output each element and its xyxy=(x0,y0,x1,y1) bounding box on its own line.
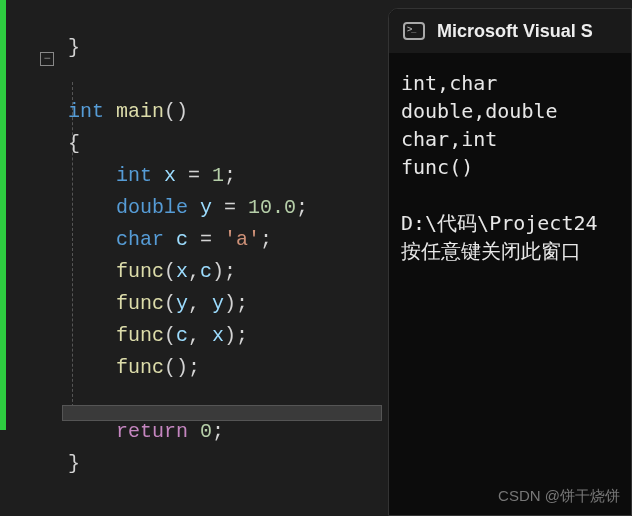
out-line: func() xyxy=(401,155,473,179)
func-main: main xyxy=(104,100,164,123)
call-func: func xyxy=(68,292,164,315)
num-10: 10.0 xyxy=(248,196,296,219)
out-path: D:\代码\Project24 xyxy=(401,211,598,235)
editor-gutter xyxy=(0,0,30,430)
keyword-double: double xyxy=(68,196,188,219)
brace-close: } xyxy=(68,36,80,59)
var-y: y xyxy=(188,196,224,219)
num-0: 0 xyxy=(200,420,212,443)
num-1: 1 xyxy=(212,164,224,187)
char-a: 'a' xyxy=(224,228,260,251)
console-window[interactable]: Microsoft Visual S int,char double,doubl… xyxy=(388,8,632,516)
watermark: CSDN @饼干烧饼 xyxy=(498,487,620,506)
out-line: int,char xyxy=(401,71,497,95)
code-content[interactable]: } int main() { int x = 1; double y = 10.… xyxy=(30,0,308,430)
horizontal-scrollbar[interactable] xyxy=(62,405,382,421)
console-title: Microsoft Visual S xyxy=(437,21,593,42)
brace-close: } xyxy=(68,452,80,475)
terminal-icon xyxy=(403,22,425,40)
call-func: func xyxy=(68,356,164,379)
keyword-char: char xyxy=(68,228,164,251)
code-editor[interactable]: − } int main() { int x = 1; double y = 1… xyxy=(0,0,390,430)
call-func: func xyxy=(68,260,164,283)
var-x: x xyxy=(152,164,188,187)
keyword-int: int xyxy=(68,100,104,123)
keyword-int: int xyxy=(68,164,152,187)
console-titlebar[interactable]: Microsoft Visual S xyxy=(389,9,631,53)
call-func: func xyxy=(68,324,164,347)
out-prompt: 按任意键关闭此窗口 xyxy=(401,239,581,263)
out-line: char,int xyxy=(401,127,497,151)
var-c: c xyxy=(164,228,200,251)
brace-open: { xyxy=(68,132,80,155)
console-output: int,char double,double char,int func() D… xyxy=(389,53,631,265)
keyword-return: return xyxy=(68,420,188,443)
out-line: double,double xyxy=(401,99,558,123)
paren: () xyxy=(164,100,188,123)
